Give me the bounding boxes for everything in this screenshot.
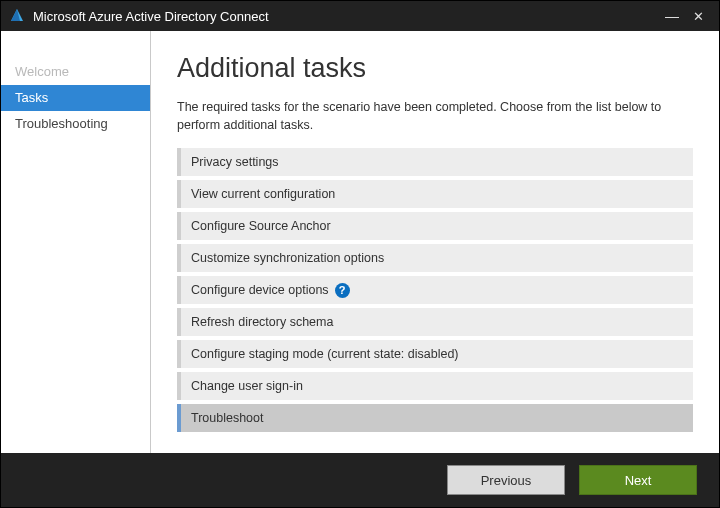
task-label: Configure Source Anchor — [191, 219, 331, 233]
task-configure-source-anchor[interactable]: Configure Source Anchor — [177, 212, 693, 240]
task-label: Change user sign-in — [191, 379, 303, 393]
previous-button[interactable]: Previous — [447, 465, 565, 495]
page-description: The required tasks for the scenario have… — [177, 98, 693, 134]
task-privacy-settings[interactable]: Privacy settings — [177, 148, 693, 176]
app-logo-icon — [9, 8, 25, 24]
close-button[interactable]: ✕ — [685, 9, 711, 24]
help-icon[interactable]: ? — [335, 283, 350, 298]
task-configure-device-options[interactable]: Configure device options ? — [177, 276, 693, 304]
body: Welcome Tasks Troubleshooting Additional… — [1, 31, 719, 453]
task-label: Privacy settings — [191, 155, 279, 169]
task-change-user-sign-in[interactable]: Change user sign-in — [177, 372, 693, 400]
task-view-current-configuration[interactable]: View current configuration — [177, 180, 693, 208]
page-heading: Additional tasks — [177, 53, 693, 84]
app-window: Microsoft Azure Active Directory Connect… — [0, 0, 720, 508]
task-label: Refresh directory schema — [191, 315, 333, 329]
minimize-button[interactable]: — — [659, 8, 685, 24]
task-label: Troubleshoot — [191, 411, 264, 425]
task-refresh-directory-schema[interactable]: Refresh directory schema — [177, 308, 693, 336]
sidebar-item-troubleshooting[interactable]: Troubleshooting — [1, 111, 150, 137]
task-label: View current configuration — [191, 187, 335, 201]
main-panel: Additional tasks The required tasks for … — [151, 31, 719, 453]
task-configure-staging-mode[interactable]: Configure staging mode (current state: d… — [177, 340, 693, 368]
window-title: Microsoft Azure Active Directory Connect — [33, 9, 659, 24]
task-customize-sync-options[interactable]: Customize synchronization options — [177, 244, 693, 272]
sidebar: Welcome Tasks Troubleshooting — [1, 31, 151, 453]
task-label: Customize synchronization options — [191, 251, 384, 265]
next-button[interactable]: Next — [579, 465, 697, 495]
task-label: Configure staging mode (current state: d… — [191, 347, 459, 361]
task-label: Configure device options — [191, 283, 329, 297]
task-troubleshoot[interactable]: Troubleshoot — [177, 404, 693, 432]
sidebar-item-tasks[interactable]: Tasks — [1, 85, 150, 111]
sidebar-item-welcome[interactable]: Welcome — [1, 59, 150, 85]
titlebar: Microsoft Azure Active Directory Connect… — [1, 1, 719, 31]
footer: Previous Next — [1, 453, 719, 507]
